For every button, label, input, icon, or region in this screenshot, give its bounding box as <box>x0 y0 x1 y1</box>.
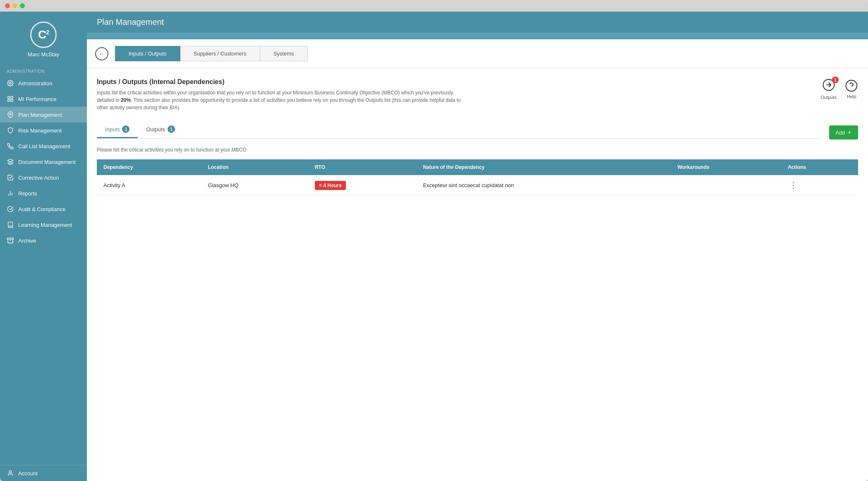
sub-tab-bar: Inputs 1 Outputs 1 <box>97 121 821 139</box>
cell-actions: ⋮ <box>781 175 858 195</box>
sidebar-item-reports[interactable]: Reports <box>0 185 87 201</box>
table-header-row: Dependency Location RTO Nature of the De… <box>97 159 858 175</box>
plus-icon: + <box>848 129 851 136</box>
sidebar-label-call-list-management: Call List Management <box>18 143 70 149</box>
add-button[interactable]: Add + <box>829 125 858 139</box>
svg-point-12 <box>9 471 11 473</box>
cell-nature: Excepteur sint occaecat cupidatat non <box>416 175 671 195</box>
cell-workarounds <box>671 175 782 195</box>
tab-inputs-outputs[interactable]: Inputs / Outputs <box>115 46 180 61</box>
header-sub-bar <box>87 33 868 39</box>
cell-location: Glasgow HQ <box>201 175 308 195</box>
sidebar-label-learning-management: Learning Management <box>18 222 72 228</box>
archive-icon <box>7 237 14 244</box>
user-icon <box>7 469 14 477</box>
sidebar-label-document-management: Document Management <box>18 159 76 165</box>
section-text: Inputs / Outputs (Internal Dependencies)… <box>97 78 469 111</box>
sidebar-label-account: Account <box>18 470 38 476</box>
main-header: Plan Management <box>87 12 868 33</box>
sidebar-label-plan-management: Plan Management <box>18 112 62 118</box>
sub-tab-header: Inputs 1 Outputs 1 Please list the criti… <box>97 121 858 159</box>
rto-badge: < 4 Hours <box>315 181 346 190</box>
sidebar-item-call-list-management[interactable]: Call List Management <box>0 138 87 154</box>
svg-rect-2 <box>11 96 13 99</box>
add-button-wrapper: Add + <box>829 125 858 139</box>
phone-icon <box>7 142 14 150</box>
sub-tab-inputs-label: Inputs <box>105 126 120 132</box>
svg-point-15 <box>846 80 857 91</box>
sidebar: C2 Marc McStay Administration Administra… <box>0 12 87 481</box>
svg-rect-4 <box>8 99 10 101</box>
table-body: Activity A Glasgow HQ < 4 Hours Excepteu… <box>97 175 858 195</box>
sidebar-item-document-management[interactable]: Document Management <box>0 154 87 170</box>
table-row: Activity A Glasgow HQ < 4 Hours Excepteu… <box>97 175 858 195</box>
cell-dependency: Activity A <box>97 175 201 195</box>
tab-bar: ← Inputs / Outputs Suppliers / Customers… <box>87 39 868 68</box>
section-body: Inputs / Outputs (Internal Dependencies)… <box>87 68 868 205</box>
main-area: Plan Management ← Inputs / Outputs Suppl… <box>87 12 868 481</box>
section-icons: 1 Outputs Help <box>820 78 858 100</box>
outputs-icon-wrapper: 1 <box>822 78 835 93</box>
page-title: Plan Management <box>97 17 858 27</box>
sidebar-label-corrective-action: Corrective Action <box>18 175 59 181</box>
sidebar-bottom: Account <box>0 465 87 481</box>
sidebar-label-audit-compliance: Audit & Compliance <box>18 206 65 212</box>
logo-text: C2 <box>38 28 49 41</box>
col-rto: RTO <box>308 159 417 175</box>
close-button[interactable] <box>5 3 10 8</box>
sidebar-section-label: Administration <box>0 64 87 75</box>
map-pin-icon <box>7 111 14 118</box>
gear-icon <box>7 79 14 87</box>
sidebar-item-plan-management[interactable]: Plan Management <box>0 107 87 123</box>
help-label: Help <box>847 94 856 99</box>
help-icon-item[interactable]: Help <box>845 79 858 99</box>
layers-icon <box>7 158 14 166</box>
user-name: Marc McStay <box>28 51 59 58</box>
sidebar-item-archive[interactable]: Archive <box>0 233 87 248</box>
sidebar-item-mi-performance[interactable]: MI Performance <box>0 91 87 107</box>
logo-superscript: 2 <box>46 29 49 36</box>
sidebar-item-learning-management[interactable]: Learning Management <box>0 217 87 233</box>
sub-tab-outputs-badge: 1 <box>168 125 175 133</box>
section-header-row: Inputs / Outputs (Internal Dependencies)… <box>97 78 858 111</box>
tab-suppliers-customers[interactable]: Suppliers / Customers <box>180 46 260 61</box>
svg-point-0 <box>10 82 11 84</box>
sidebar-item-administration[interactable]: Administration <box>0 75 87 91</box>
shield-icon <box>7 127 14 134</box>
col-nature: Nature of the Dependency <box>416 159 671 175</box>
svg-rect-3 <box>11 99 13 101</box>
sidebar-item-corrective-action[interactable]: Corrective Action <box>0 170 87 185</box>
col-dependency: Dependency <box>97 159 201 175</box>
book-icon <box>7 221 14 228</box>
check-square-icon <box>7 174 14 181</box>
maximize-button[interactable] <box>20 3 25 8</box>
sub-tab-area: Inputs 1 Outputs 1 Please list the criti… <box>97 121 821 159</box>
sub-tab-inputs-badge: 1 <box>122 125 129 133</box>
sidebar-item-account[interactable]: Account <box>0 465 87 481</box>
check-circle-icon <box>7 205 14 213</box>
tab-systems[interactable]: Systems <box>260 46 308 61</box>
sidebar-label-reports: Reports <box>18 190 37 197</box>
section-desc: Inputs list the critical activities with… <box>97 89 469 111</box>
row-actions-button[interactable]: ⋮ <box>788 180 799 190</box>
col-workarounds: Workarounds <box>671 159 782 175</box>
title-bar <box>0 0 868 12</box>
inputs-desc: Please list the critical activities you … <box>97 147 821 153</box>
outputs-icon-item[interactable]: 1 Outputs <box>820 78 837 100</box>
sidebar-item-audit-compliance[interactable]: Audit & Compliance <box>0 201 87 217</box>
sub-tab-inputs[interactable]: Inputs 1 <box>97 121 138 138</box>
svg-rect-10 <box>7 238 14 239</box>
back-button[interactable]: ← <box>95 47 108 60</box>
minimize-button[interactable] <box>12 3 17 8</box>
inputs-table: Dependency Location RTO Nature of the De… <box>97 159 858 195</box>
sub-tab-outputs[interactable]: Outputs 1 <box>138 121 183 138</box>
sub-tab-desc: Please list the critical activities you … <box>97 147 821 153</box>
outputs-badge: 1 <box>832 77 839 83</box>
sidebar-item-risk-management[interactable]: Risk Management <box>0 123 87 138</box>
svg-marker-6 <box>7 159 13 162</box>
cell-rto: < 4 Hours <box>308 175 417 195</box>
section-title: Inputs / Outputs (Internal Dependencies) <box>97 78 469 86</box>
outputs-label: Outputs <box>820 95 837 100</box>
table-header: Dependency Location RTO Nature of the De… <box>97 159 858 175</box>
sidebar-label-risk-management: Risk Management <box>18 127 62 134</box>
